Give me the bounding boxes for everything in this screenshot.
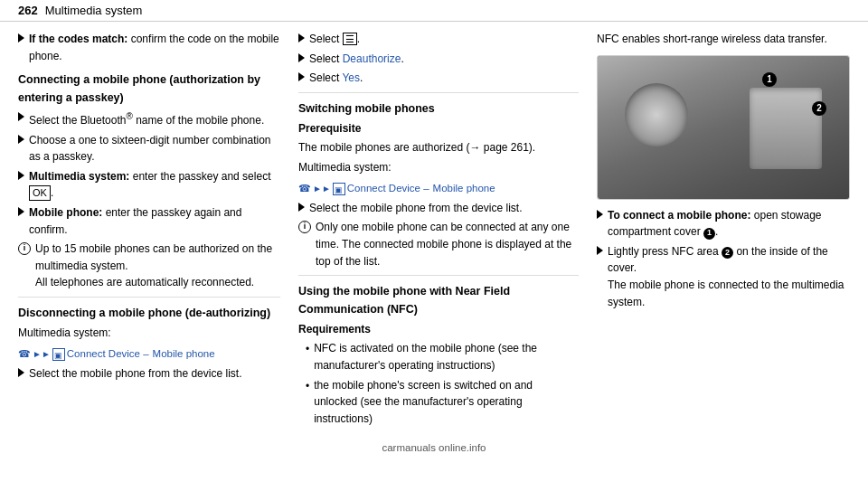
nfc-circle-1 [625, 83, 688, 146]
press-nfc-item: Lightly press NFC area 2 on the inside o… [597, 243, 850, 310]
middle-column: Select ☰. Select Deauthorize. Select Yes… [298, 31, 579, 430]
select-bluetooth-item: Select the Bluetooth® name of the mobile… [18, 109, 280, 129]
left-column: If the codes match: confirm the code on … [18, 31, 280, 430]
badge-1: 1 [762, 72, 777, 87]
header-title: Multimedia system [45, 4, 143, 17]
bullet-icon: • [306, 341, 309, 358]
divider-2 [298, 92, 579, 93]
select-yes-item: Select Yes. [298, 70, 579, 87]
nfc-intro-text: NFC enables short-range wireless data tr… [597, 31, 850, 48]
info-icon: i [18, 242, 31, 255]
info-one-phone: i Only one mobile phone can be connected… [298, 219, 579, 269]
codes-match-item: If the codes match: confirm the code on … [18, 31, 280, 64]
section-nfc-heading: Using the mobile phone with Near Field C… [298, 283, 579, 318]
info-15-phones: i Up to 15 mobile phones can be authoriz… [18, 241, 280, 291]
nav-mobile-phone-label: Mobile phone [153, 346, 215, 363]
section-connecting-heading: Connecting a mobile phone (authorization… [18, 71, 280, 107]
arrow-icon-3 [18, 135, 24, 144]
header: 262 Multimedia system [0, 0, 868, 22]
arrow-icon [18, 33, 24, 43]
select-mobile-device-list-2: Select the mobile phone from the device … [298, 200, 579, 217]
section-switching-heading: Switching mobile phones [298, 100, 579, 118]
nav-path-disconnect: ☎ ►► ▣ Connect Device – Mobile phone [18, 346, 215, 363]
arrow-icon-7 [298, 33, 305, 43]
prerequisite-label: Prerequisite [298, 120, 579, 137]
arrow-icon-12 [597, 246, 603, 255]
requirements-label: Requirements [298, 321, 579, 338]
nfc-image-container: 1 2 [597, 55, 850, 200]
arrow-icon-11 [597, 210, 603, 219]
nfc-panel [750, 88, 822, 169]
nav-icon-box-2: ▣ [333, 183, 345, 195]
nfc-requirement-2: • the mobile phone's screen is switched … [298, 377, 579, 428]
select-mobile-device-list: Select the mobile phone from the device … [18, 365, 280, 383]
info-icon-2: i [298, 221, 311, 233]
codes-match-bold: If the codes match: [29, 33, 127, 45]
page-number: 262 [18, 4, 38, 17]
section-disconnect-heading: Disconnecting a mobile phone (de-authori… [18, 305, 280, 322]
bullet-icon-2: • [306, 378, 309, 395]
footer-watermark: carmanuals online.info [0, 442, 868, 453]
nav-path-switch: ☎ ►► ▣ Connect Device – Mobile phone [298, 181, 495, 197]
arrow-icon-2 [18, 112, 24, 121]
nav-icon-box: ▣ [52, 348, 65, 361]
nfc-requirement-1: • NFC is activated on the mobile phone (… [298, 340, 579, 373]
multimedia-system-label-2: Multimedia system: [298, 159, 579, 176]
nav-mobile-phone-label-2: Mobile phone [433, 181, 495, 197]
choose-number-item: Choose a one to sixteen-digit number com… [18, 132, 280, 165]
right-column: NFC enables short-range wireless data tr… [597, 31, 850, 430]
select-deauthorize-item: Select Deauthorize. [298, 51, 579, 68]
multimedia-enter-item: Multimedia system: enter the passkey and… [18, 168, 280, 202]
select-list-icon-item: Select ☰. [298, 31, 579, 48]
multimedia-system-label: Multimedia system: [18, 325, 280, 342]
nav-phone-icon-2: ☎ [298, 181, 311, 196]
arrow-icon-8 [298, 53, 305, 62]
nav-connect-device-label-2: Connect Device – [347, 181, 429, 197]
divider-3 [298, 275, 579, 276]
connect-mobile-item: To connect a mobile phone: open stowage … [597, 207, 850, 241]
arrow-icon-10 [298, 203, 305, 212]
nav-phone-icon: ☎ [18, 346, 31, 362]
mobile-phone-enter-item: Mobile phone: enter the passkey again an… [18, 204, 280, 238]
arrow-icon-6 [18, 368, 24, 377]
divider [18, 297, 280, 298]
arrow-icon-4 [18, 171, 24, 180]
arrow-icon-5 [18, 207, 24, 216]
prerequisite-text: The mobile phones are authorized (→ page… [298, 139, 579, 156]
nav-connect-device-label: Connect Device – [67, 346, 149, 363]
nfc-car-image: 1 2 [597, 55, 850, 200]
badge-2: 2 [812, 101, 826, 116]
arrow-icon-9 [298, 72, 305, 81]
